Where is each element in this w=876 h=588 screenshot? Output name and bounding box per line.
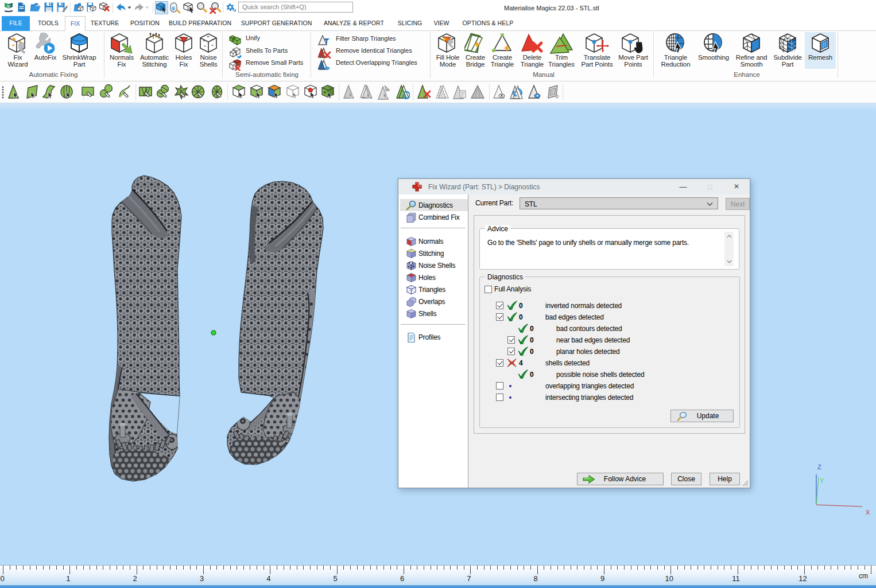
svg-text:Z: Z — [817, 464, 821, 470]
svg-text:Y: Y — [820, 477, 824, 484]
svg-text:X: X — [866, 509, 870, 516]
